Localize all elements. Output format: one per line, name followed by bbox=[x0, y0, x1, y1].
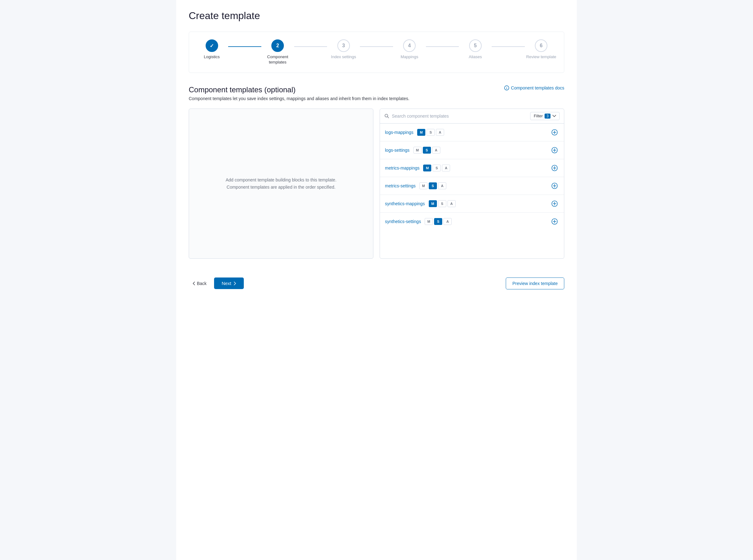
step-2-component-templates: 2 Componenttemplates bbox=[261, 39, 294, 65]
search-input[interactable] bbox=[392, 114, 528, 119]
footer-left: Back Next bbox=[189, 278, 244, 289]
add-template-button[interactable] bbox=[550, 128, 559, 137]
badge-a: A bbox=[443, 218, 452, 225]
template-badges: MSA bbox=[425, 218, 452, 225]
filter-count: 3 bbox=[544, 114, 551, 119]
section-header: Component templates (optional) i Compone… bbox=[189, 85, 564, 94]
content-grid: Add component template building blocks t… bbox=[189, 108, 564, 259]
filter-label: Filter bbox=[534, 114, 543, 118]
section-title: Component templates (optional) bbox=[189, 85, 296, 94]
list-item[interactable]: synthetics-mappingsMSA bbox=[380, 195, 564, 213]
badge-a: A bbox=[436, 129, 444, 136]
check-icon bbox=[210, 43, 214, 49]
step-1-circle bbox=[205, 39, 218, 52]
page-title: Create template bbox=[189, 10, 564, 22]
badge-s: S bbox=[434, 218, 442, 225]
step-2-circle: 2 bbox=[271, 39, 284, 52]
back-label: Back bbox=[197, 281, 206, 286]
search-input-wrapper bbox=[384, 114, 528, 119]
badge-m: M bbox=[417, 129, 425, 136]
step-1-logistics: Logistics bbox=[195, 39, 228, 60]
badge-a: A bbox=[442, 164, 450, 172]
plus-circle-icon bbox=[552, 147, 558, 153]
step-1-label: Logistics bbox=[204, 55, 220, 60]
template-left: synthetics-settingsMSA bbox=[385, 218, 452, 225]
template-name[interactable]: logs-mappings bbox=[385, 130, 413, 135]
next-button[interactable]: Next bbox=[214, 278, 244, 289]
right-panel: Filter 3 logs-mappingsMSA logs-settingsM… bbox=[380, 108, 564, 259]
template-list: logs-mappingsMSA logs-settingsMSA metric… bbox=[380, 124, 564, 230]
template-name[interactable]: metrics-settings bbox=[385, 183, 416, 188]
connector-3-4 bbox=[360, 46, 393, 47]
step-4-circle: 4 bbox=[403, 39, 416, 52]
step-4-label: Mappings bbox=[401, 55, 418, 60]
add-template-button[interactable] bbox=[550, 164, 559, 173]
template-name[interactable]: logs-settings bbox=[385, 148, 410, 153]
left-panel: Add component template building blocks t… bbox=[189, 108, 373, 259]
template-left: metrics-settingsMSA bbox=[385, 182, 446, 189]
docs-link-label: Component templates docs bbox=[511, 85, 564, 91]
template-badges: MSA bbox=[419, 182, 446, 189]
badge-m: M bbox=[419, 182, 428, 189]
step-5-label: Aliases bbox=[469, 55, 482, 60]
badge-s: S bbox=[438, 200, 446, 207]
step-3-label: Index settings bbox=[331, 55, 356, 60]
template-name[interactable]: synthetics-mappings bbox=[385, 201, 425, 206]
stepper: Logistics 2 Componenttemplates 3 Index s… bbox=[189, 32, 564, 73]
plus-circle-icon bbox=[552, 165, 558, 171]
search-bar: Filter 3 bbox=[380, 109, 564, 124]
badge-m: M bbox=[425, 218, 433, 225]
step-3-number: 3 bbox=[342, 43, 345, 48]
connector-2-3 bbox=[294, 46, 327, 47]
svg-line-3 bbox=[388, 117, 389, 118]
step-6-label: Review template bbox=[526, 55, 556, 60]
footer: Back Next Preview index template bbox=[189, 271, 564, 289]
list-item[interactable]: metrics-settingsMSA bbox=[380, 177, 564, 195]
template-left: metrics-mappingsMSA bbox=[385, 164, 450, 172]
list-item[interactable]: logs-settingsMSA bbox=[380, 141, 564, 159]
template-left: logs-mappingsMSA bbox=[385, 129, 444, 136]
empty-state: Add component template building blocks t… bbox=[226, 177, 336, 191]
list-item[interactable]: logs-mappingsMSA bbox=[380, 124, 564, 141]
badge-a: A bbox=[438, 182, 446, 189]
connector-5-6 bbox=[492, 46, 524, 47]
plus-circle-icon bbox=[552, 183, 558, 189]
badge-m: M bbox=[429, 200, 437, 207]
badge-s: S bbox=[423, 147, 431, 154]
badge-a: A bbox=[448, 200, 456, 207]
template-left: logs-settingsMSA bbox=[385, 147, 440, 154]
badge-a: A bbox=[432, 147, 440, 154]
add-template-button[interactable] bbox=[550, 199, 559, 208]
next-label: Next bbox=[222, 281, 231, 286]
list-item[interactable]: metrics-mappingsMSA bbox=[380, 159, 564, 177]
chevron-right-icon bbox=[234, 282, 236, 285]
step-2-number: 2 bbox=[276, 43, 279, 48]
template-name[interactable]: metrics-mappings bbox=[385, 165, 419, 171]
step-5-aliases: 5 Aliases bbox=[459, 39, 492, 60]
docs-link[interactable]: i Component templates docs bbox=[504, 85, 564, 91]
template-name[interactable]: synthetics-settings bbox=[385, 219, 421, 224]
plus-circle-icon bbox=[552, 218, 558, 225]
filter-button[interactable]: Filter 3 bbox=[530, 112, 560, 120]
connector-1-2 bbox=[228, 46, 261, 47]
template-badges: MSA bbox=[417, 129, 444, 136]
add-template-button[interactable] bbox=[550, 181, 559, 190]
plus-circle-icon bbox=[552, 129, 558, 136]
list-item[interactable]: synthetics-settingsMSA bbox=[380, 213, 564, 230]
docs-icon: i bbox=[504, 85, 509, 91]
add-template-button[interactable] bbox=[550, 146, 559, 155]
step-6-review-template: 6 Review template bbox=[525, 39, 558, 60]
badge-s: S bbox=[433, 164, 441, 172]
step-5-circle: 5 bbox=[469, 39, 482, 52]
template-left: synthetics-mappingsMSA bbox=[385, 200, 456, 207]
step-3-index-settings: 3 Index settings bbox=[327, 39, 360, 60]
connector-4-5 bbox=[426, 46, 459, 47]
step-5-number: 5 bbox=[474, 43, 477, 48]
svg-text:i: i bbox=[506, 87, 507, 90]
chevron-left-icon bbox=[193, 282, 195, 285]
preview-button[interactable]: Preview index template bbox=[506, 278, 564, 289]
add-template-button[interactable] bbox=[550, 217, 559, 226]
section-description: Component templates let you save index s… bbox=[189, 96, 564, 101]
back-button[interactable]: Back bbox=[189, 278, 210, 288]
step-2-label: Componenttemplates bbox=[267, 55, 288, 65]
